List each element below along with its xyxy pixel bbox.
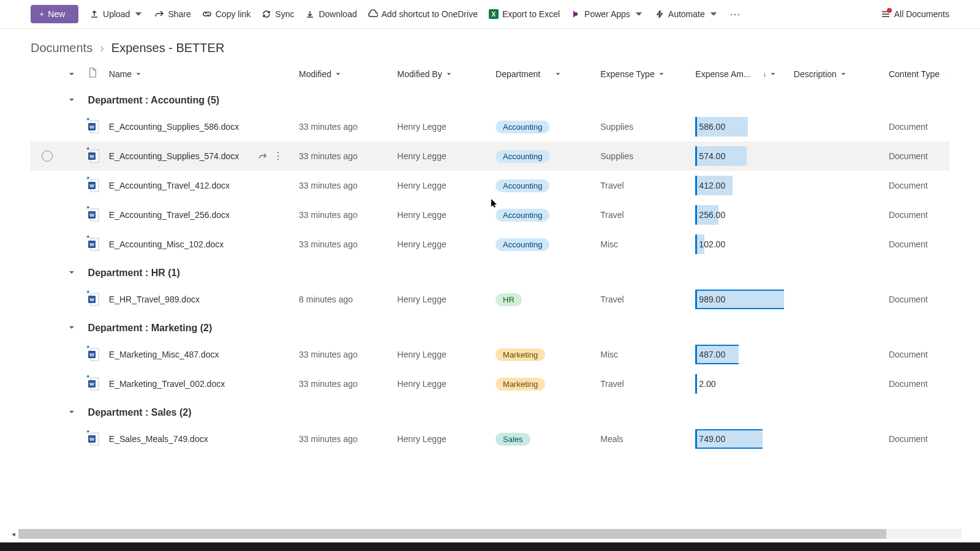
modified-value: 8 minutes ago (294, 285, 392, 314)
modified-value: 33 minutes ago (294, 369, 392, 399)
table-row[interactable]: ✦W E_HR_Travel_989.docx⋮ 8 minutes ago H… (31, 285, 949, 314)
column-expense-amount[interactable]: Expense Am... ↓ (695, 69, 783, 79)
department-pill: Marketing (496, 348, 545, 361)
group-by-icon (544, 70, 551, 78)
expense-type-value: Travel (595, 200, 690, 230)
breadcrumb-current: Expenses - BETTER (111, 41, 225, 55)
department-pill: Accounting (496, 121, 549, 133)
breadcrumb-root[interactable]: Documents (31, 41, 92, 55)
sync-button[interactable]: Sync (262, 9, 294, 19)
svg-text:W: W (89, 297, 94, 302)
chevron-right-icon: › (100, 41, 104, 55)
svg-text:W: W (89, 242, 94, 247)
chevron-down-icon (68, 324, 75, 331)
file-name[interactable]: E_Accounting_Misc_102.docx⋮ (109, 239, 289, 249)
expense-amount-cell: 586.00 (695, 117, 783, 137)
table-row[interactable]: ✦W E_Sales_Meals_749.docx⋮ 33 minutes ag… (31, 424, 949, 454)
table-row[interactable]: ✦W E_Marketing_Misc_487.docx⋮ 33 minutes… (31, 340, 949, 369)
modified-value: 33 minutes ago (294, 112, 392, 141)
export-excel-button[interactable]: X Export to Excel (489, 9, 560, 19)
chevron-down-icon (134, 9, 143, 19)
department-pill: Accounting (496, 209, 549, 222)
content-type-value: Document (884, 285, 949, 314)
svg-text:W: W (89, 437, 94, 442)
column-description[interactable]: Description (794, 69, 879, 79)
row-select[interactable] (42, 151, 53, 162)
column-name[interactable]: Name (109, 69, 289, 79)
column-expense-type[interactable]: Expense Type (600, 69, 685, 79)
automate-button[interactable]: Automate (655, 9, 718, 19)
share-icon[interactable] (258, 152, 267, 160)
chevron-down-icon (68, 269, 75, 276)
excel-icon: X (489, 9, 499, 19)
expand-all-toggle[interactable] (68, 70, 78, 78)
expense-amount-cell: 412.00 (695, 176, 783, 195)
group-header[interactable]: Department : Sales (2) (31, 399, 949, 424)
modified-by-value: Henry Legge (393, 369, 491, 399)
file-name[interactable]: E_Accounting_Travel_256.docx⋮ (109, 210, 289, 220)
description-value (789, 112, 884, 141)
copy-link-button[interactable]: Copy link (202, 9, 251, 19)
content-type-value: Document (884, 340, 949, 369)
more-actions-icon[interactable]: ⋮ (273, 152, 283, 160)
word-doc-icon: ✦W (88, 120, 99, 133)
word-doc-icon: ✦W (88, 179, 99, 192)
expense-amount-cell: 102.00 (695, 234, 783, 254)
power-apps-button[interactable]: Power Apps (571, 9, 644, 19)
svg-text:W: W (89, 183, 94, 189)
table-row[interactable]: ✦W E_Accounting_Misc_102.docx⋮ 33 minute… (31, 230, 949, 259)
word-doc-icon: ✦W (88, 377, 99, 391)
modified-value: 33 minutes ago (294, 230, 392, 259)
upload-button[interactable]: Upload (89, 9, 143, 19)
file-name[interactable]: E_Accounting_Supplies_586.docx⋮ (109, 122, 289, 132)
table-row[interactable]: ✦W E_Accounting_Travel_412.docx⋮ 33 minu… (31, 171, 949, 200)
modified-by-value: Henry Legge (393, 112, 491, 141)
word-doc-icon: ✦W (88, 348, 99, 361)
column-department[interactable]: Department (496, 69, 590, 79)
file-name[interactable]: E_Marketing_Misc_487.docx⋮ (109, 350, 289, 359)
content-type-value: Document (884, 369, 949, 399)
description-value (789, 369, 884, 399)
department-pill: Marketing (496, 378, 545, 391)
notification-dot (887, 8, 892, 13)
link-icon (202, 9, 212, 19)
file-name[interactable]: E_Accounting_Travel_412.docx⋮ (109, 181, 289, 190)
document-list: Name Modified Modified By Department Exp… (31, 61, 949, 454)
column-modified-by[interactable]: Modified By (398, 69, 486, 79)
file-name[interactable]: E_Marketing_Travel_002.docx⋮ (109, 379, 289, 389)
file-type-icon (88, 67, 97, 78)
new-label: New (48, 9, 65, 19)
modified-by-value: Henry Legge (393, 141, 491, 171)
add-shortcut-button[interactable]: Add shortcut to OneDrive (368, 9, 478, 19)
modified-value: 33 minutes ago (294, 141, 392, 171)
table-row[interactable]: ✦W E_Accounting_Supplies_574.docx⋮ 33 mi… (31, 141, 949, 171)
share-button[interactable]: Share (154, 9, 190, 19)
table-row[interactable]: ✦W E_Accounting_Travel_256.docx⋮ 33 minu… (31, 200, 949, 230)
department-pill: Accounting (496, 150, 549, 163)
svg-text:W: W (89, 212, 94, 218)
more-button[interactable]: ⋯ (729, 7, 741, 21)
group-header[interactable]: Department : Marketing (2) (31, 314, 949, 340)
new-button[interactable]: New (31, 5, 78, 23)
column-content-type[interactable]: Content Type (889, 69, 944, 79)
view-selector[interactable]: All Documents (881, 9, 949, 19)
chevron-down-icon (709, 9, 718, 19)
plus-icon (39, 12, 44, 17)
shortcut-icon (368, 9, 378, 19)
word-doc-icon: ✦W (88, 149, 99, 163)
description-value (789, 141, 884, 171)
group-header[interactable]: Department : HR (1) (31, 259, 949, 285)
table-row[interactable]: ✦W E_Marketing_Travel_002.docx⋮ 33 minut… (31, 369, 949, 399)
group-header[interactable]: Department : Accounting (5) (31, 86, 949, 112)
file-name[interactable]: E_Accounting_Supplies_574.docx⋮ (109, 151, 289, 161)
expense-amount-cell: 487.00 (695, 345, 783, 364)
table-row[interactable]: ✦W E_Accounting_Supplies_586.docx⋮ 33 mi… (31, 112, 949, 141)
svg-text:W: W (89, 352, 94, 358)
column-modified[interactable]: Modified (299, 69, 387, 79)
file-name[interactable]: E_HR_Travel_989.docx⋮ (109, 294, 289, 304)
command-bar: New Upload Share Copy link Sync Download… (0, 0, 980, 29)
expense-type-value: Misc (595, 230, 690, 259)
download-button[interactable]: Download (305, 9, 356, 19)
expense-amount-cell: 574.00 (695, 146, 783, 166)
file-name[interactable]: E_Sales_Meals_749.docx⋮ (109, 434, 289, 444)
